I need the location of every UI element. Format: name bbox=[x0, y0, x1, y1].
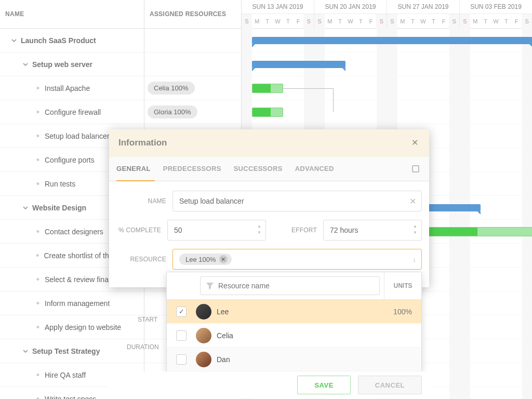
bullet-icon: • bbox=[33, 179, 43, 189]
tab-predecessors[interactable]: PREDECESSORS bbox=[163, 165, 221, 172]
save-button[interactable]: SAVE bbox=[297, 376, 350, 394]
summary-bar[interactable] bbox=[252, 37, 532, 44]
cancel-button[interactable]: CANCEL bbox=[358, 376, 422, 394]
column-header-name[interactable]: NAME bbox=[0, 0, 144, 28]
dropdown-arrow-icon[interactable]: ↓ bbox=[413, 255, 416, 263]
day-header: W bbox=[345, 14, 356, 29]
week-label: SUN 27 JAN 2019 bbox=[387, 0, 459, 14]
checkbox[interactable] bbox=[176, 330, 187, 341]
avatar bbox=[196, 328, 211, 343]
day-header: T bbox=[481, 14, 491, 29]
resource-dropdown: UNITS Lee100%CeliaDan bbox=[166, 272, 422, 372]
week-label: SUN 03 FEB 2019 bbox=[460, 0, 532, 14]
bullet-icon: • bbox=[33, 108, 43, 117]
day-header: S bbox=[376, 14, 387, 29]
bullet-icon: • bbox=[33, 251, 42, 260]
task-bar[interactable] bbox=[252, 84, 283, 93]
close-icon[interactable]: ✕ bbox=[409, 138, 420, 148]
day-header: W bbox=[273, 14, 283, 29]
day-header: M bbox=[325, 14, 335, 29]
column-header-resources[interactable]: ASSIGNED RESOURCES bbox=[144, 0, 241, 28]
summary-bar[interactable] bbox=[252, 61, 345, 68]
duration-label: DURATION bbox=[127, 343, 159, 351]
task-row[interactable]: •Install ApacheCelia 100% bbox=[0, 76, 241, 100]
resource-option[interactable]: Celia bbox=[167, 324, 421, 348]
task-label: Launch SaaS Product bbox=[21, 36, 96, 45]
day-header: S bbox=[242, 14, 252, 29]
resource-option[interactable]: Dan bbox=[167, 348, 421, 371]
chevron-down-icon[interactable] bbox=[21, 347, 30, 356]
resource-filter-field[interactable] bbox=[218, 282, 374, 290]
task-label: Configure firewall bbox=[45, 108, 101, 116]
filter-icon bbox=[206, 282, 214, 290]
chip-label: Lee 100% bbox=[185, 256, 216, 263]
day-header: M bbox=[470, 14, 481, 29]
task-info-modal: Information ✕ GENERAL PREDECESSORS SUCCE… bbox=[109, 129, 429, 287]
task-label: Apply design to website bbox=[45, 323, 121, 331]
day-header: S bbox=[522, 14, 532, 29]
spinner-down-icon[interactable]: ▼ bbox=[411, 231, 419, 236]
day-header: S bbox=[387, 14, 397, 29]
clear-icon[interactable]: ✕ bbox=[409, 196, 416, 206]
day-header: W bbox=[418, 14, 429, 29]
timeline-row bbox=[242, 100, 532, 124]
start-label: START bbox=[138, 316, 157, 323]
tab-advanced[interactable]: ADVANCED bbox=[295, 165, 334, 172]
resource-units: 100% bbox=[384, 308, 421, 316]
task-row[interactable]: Setup web server bbox=[0, 52, 241, 76]
spinner-down-icon[interactable]: ▼ bbox=[255, 231, 263, 236]
complete-input-field[interactable] bbox=[174, 226, 259, 234]
task-label: Inform management bbox=[45, 299, 110, 308]
spinner-up-icon[interactable]: ▲ bbox=[255, 224, 263, 230]
resource-name: Celia bbox=[217, 331, 233, 340]
resource-input[interactable]: Lee 100% ✕ ↓ bbox=[172, 249, 422, 270]
day-header: F bbox=[511, 14, 522, 29]
chevron-down-icon[interactable] bbox=[9, 36, 19, 45]
day-header: T bbox=[283, 14, 293, 29]
task-label: Setup web server bbox=[32, 60, 92, 69]
tab-general[interactable]: GENERAL bbox=[116, 165, 151, 172]
resource-option[interactable]: Lee100% bbox=[167, 300, 421, 324]
task-label: Setup load balancer bbox=[45, 132, 110, 140]
checkbox[interactable] bbox=[176, 307, 187, 317]
task-label: Configure ports bbox=[45, 156, 95, 164]
modal-buttons: SAVE CANCEL bbox=[109, 371, 429, 398]
chevron-down-icon[interactable] bbox=[21, 203, 30, 212]
resource-filter-input[interactable] bbox=[200, 276, 380, 295]
chip-remove-icon[interactable]: ✕ bbox=[219, 255, 228, 263]
checkbox[interactable] bbox=[176, 354, 187, 365]
bullet-icon: • bbox=[33, 275, 43, 284]
task-label: Contact designers bbox=[45, 228, 103, 236]
task-label: Hire QA staff bbox=[45, 371, 86, 379]
effort-label: EFFORT bbox=[272, 227, 317, 234]
name-input-field[interactable] bbox=[179, 197, 415, 205]
day-header: T bbox=[262, 14, 273, 29]
day-header: T bbox=[355, 14, 366, 29]
bullet-icon: • bbox=[33, 155, 43, 165]
task-label: Run tests bbox=[45, 180, 75, 188]
effort-input[interactable]: ▲▼ bbox=[323, 220, 422, 241]
spinner-up-icon[interactable]: ▲ bbox=[411, 224, 419, 230]
resource-chip: Lee 100% ✕ bbox=[179, 254, 232, 265]
avatar bbox=[196, 304, 211, 320]
day-header: T bbox=[335, 14, 345, 29]
chevron-down-icon[interactable] bbox=[21, 60, 30, 69]
bullet-icon: • bbox=[33, 299, 43, 308]
units-header: UNITS bbox=[384, 272, 421, 299]
bullet-icon: • bbox=[33, 370, 43, 380]
effort-input-field[interactable] bbox=[330, 226, 415, 234]
popout-icon[interactable] bbox=[409, 163, 422, 175]
task-row[interactable]: •Configure firewallGloria 100% bbox=[0, 100, 241, 124]
bullet-icon: • bbox=[33, 394, 43, 400]
resource-name: Lee bbox=[217, 308, 229, 316]
complete-input[interactable]: ▲▼ bbox=[167, 220, 266, 241]
day-header: S bbox=[449, 14, 459, 29]
tab-successors[interactable]: SUCCESSORS bbox=[234, 165, 283, 172]
task-row[interactable]: Launch SaaS Product bbox=[0, 29, 241, 52]
task-bar[interactable] bbox=[252, 108, 283, 117]
week-label: SUN 20 JAN 2019 bbox=[314, 0, 387, 14]
name-input[interactable]: ✕ bbox=[172, 191, 422, 211]
task-label: Setup Test Strategy bbox=[32, 347, 100, 355]
day-header: S bbox=[460, 14, 470, 29]
modal-title: Information bbox=[118, 138, 167, 148]
